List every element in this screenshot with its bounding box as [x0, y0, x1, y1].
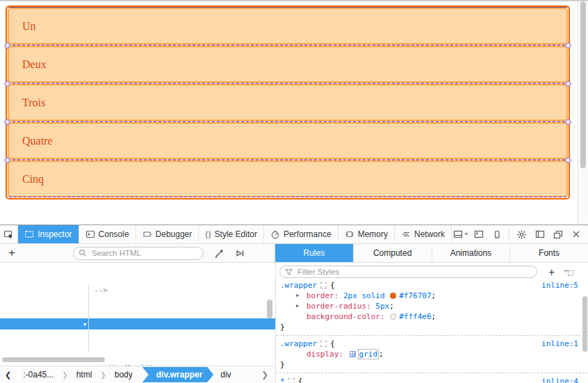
page-viewport: Un Deux Trois Quatre Cinq — [0, 0, 588, 225]
expand-arrow-icon[interactable]: ▶ — [296, 301, 299, 311]
rule-selector[interactable]: .wrapper — [280, 281, 317, 290]
declaration-background-color[interactable]: background-color: #fff4e6; — [280, 311, 588, 322]
open-brace: { — [330, 339, 335, 348]
eyedropper-icon — [214, 248, 224, 259]
grid-cell: Quatre — [8, 122, 568, 159]
collapse-arrow-icon[interactable]: ▼ — [83, 319, 86, 330]
rules-scrollbar-thumb[interactable] — [582, 296, 587, 352]
rule-selector[interactable]: * — [280, 377, 285, 383]
grid-cell: Cinq — [8, 161, 568, 197]
pseudo-class-toggle-button[interactable]: ⌐ — [564, 268, 573, 276]
tree-node-wrapper-selected[interactable]: ▼ <div class="wrapper"> — [0, 318, 275, 329]
rule-source-link[interactable]: inline:4 — [541, 376, 578, 383]
breadcrumb: ❮ :-0a45... ❯ html ❯ body div.wrapper di… — [0, 366, 275, 383]
search-icon — [79, 249, 87, 257]
tab-style-editor[interactable]: { } Style Editor — [199, 225, 264, 243]
breadcrumb-item-body[interactable]: body — [108, 370, 140, 380]
grid-value-badge[interactable]: grid — [358, 349, 379, 359]
network-icon — [401, 230, 411, 238]
tab-fonts[interactable]: Fonts — [510, 244, 588, 262]
dock-options-button[interactable] — [452, 226, 469, 243]
search-input[interactable] — [90, 248, 188, 258]
tab-computed[interactable]: Computed — [354, 244, 432, 262]
add-rule-button[interactable]: + — [548, 267, 555, 277]
pick-element-button[interactable] — [0, 225, 18, 243]
grid-cell-label: Deux — [22, 58, 47, 71]
separate-window-button[interactable] — [549, 226, 566, 243]
breadcrumb-scroll-left-icon[interactable]: ❮ — [0, 370, 16, 380]
declaration-border[interactable]: ▶ border: 2px solid #f76707; — [280, 291, 588, 301]
open-brace: { — [298, 377, 303, 383]
tab-console[interactable]: Console — [79, 225, 136, 243]
pane-toggle-button[interactable] — [235, 249, 245, 258]
performance-icon — [270, 230, 280, 239]
declaration-border-radius[interactable]: ▶ border-radius: 5px; — [280, 301, 588, 311]
property-value[interactable]: 2px solid — [343, 291, 389, 300]
tab-inspector[interactable]: Inspector — [18, 225, 79, 243]
close-devtools-button[interactable] — [567, 226, 585, 243]
tree-node-comment-end[interactable]: --> — [0, 285, 275, 296]
tab-animations[interactable]: Animations — [432, 244, 511, 262]
breadcrumb-scroll-right-icon[interactable]: ❯ — [256, 370, 275, 380]
breadcrumb-item-div-wrapper[interactable]: div.wrapper — [142, 367, 213, 382]
selector-highlighter-icon[interactable] — [320, 341, 327, 347]
rule-selector-row[interactable]: .wrapper{ inline:5 — [280, 280, 588, 291]
page-scrollbar[interactable] — [578, 1, 588, 225]
rule-source-link[interactable]: inline:5 — [541, 280, 578, 291]
indent-guide-line — [88, 285, 89, 352]
split-console-icon — [474, 230, 484, 238]
rules-panel: + ⌐ .wrapper{ inline:5 ▶ border: 2px sol… — [276, 263, 588, 383]
semicolon: ; — [432, 312, 436, 321]
sidebar-toggle-icon — [535, 230, 545, 238]
colon: : — [380, 312, 385, 321]
colon: : — [366, 302, 371, 311]
split-console-button[interactable] — [470, 226, 487, 243]
selector-highlighter-icon[interactable] — [288, 378, 295, 383]
grid-cell: Trois — [8, 84, 568, 121]
tab-debugger[interactable]: Debugger — [136, 225, 199, 243]
responsive-design-mode-button[interactable] — [488, 226, 505, 243]
filter-styles-input[interactable] — [296, 267, 505, 277]
grid-overlay-line — [8, 121, 568, 122]
settings-button[interactable] — [513, 226, 530, 243]
page-scrollbar-thumb[interactable] — [580, 1, 586, 168]
grid-cell-label: Quatre — [22, 135, 53, 147]
property-value[interactable]: #fff4e6 — [399, 312, 431, 321]
rule-selector-row[interactable]: *{ inline:4 — [280, 376, 588, 383]
tab-label: Console — [99, 229, 129, 239]
tree-vertical-scrollbar-thumb[interactable] — [267, 300, 272, 318]
grid-cell-label: Un — [22, 20, 36, 33]
property-name[interactable]: background-color — [307, 312, 380, 321]
property-value[interactable]: 5px — [375, 302, 389, 311]
selector-highlighter-icon[interactable] — [320, 282, 327, 288]
tree-horizontal-scrollbar-thumb[interactable] — [2, 357, 105, 362]
dock-options-icon — [453, 230, 463, 238]
expand-arrow-icon[interactable]: ▶ — [296, 291, 299, 301]
rule-separator — [276, 373, 588, 373]
rule-source-link[interactable]: inline:1 — [541, 339, 578, 349]
tab-performance[interactable]: Performance — [264, 225, 338, 243]
add-node-button[interactable]: + — [1, 246, 22, 260]
property-name[interactable]: display — [307, 350, 338, 359]
breadcrumb-item-div[interactable]: div — [213, 370, 238, 380]
sidebar-toggle-button[interactable] — [531, 226, 548, 243]
grid-highlighter-icon[interactable] — [350, 351, 356, 357]
property-name[interactable]: border-radius — [307, 302, 366, 311]
tab-network[interactable]: Network — [395, 225, 452, 243]
declaration-display[interactable]: display: grid; — [280, 349, 588, 359]
rule-selector[interactable]: .wrapper — [280, 339, 317, 348]
tab-rules[interactable]: Rules — [275, 244, 354, 262]
search-box[interactable] — [73, 247, 204, 260]
color-swatch[interactable] — [390, 293, 396, 299]
property-name[interactable]: border — [307, 291, 334, 300]
color-swatch[interactable] — [390, 313, 396, 320]
tab-memory[interactable]: Memory — [338, 225, 395, 243]
rules-filter-row: + ⌐ — [276, 263, 588, 279]
property-value[interactable]: #f76707 — [399, 291, 431, 300]
rule-selector-row[interactable]: .wrapper{ inline:1 — [280, 339, 588, 349]
filter-styles-box[interactable] — [279, 266, 537, 278]
breadcrumb-item-html[interactable]: html — [70, 370, 99, 380]
breadcrumb-item-id[interactable]: :-0a45... — [16, 370, 60, 380]
eyedropper-button[interactable] — [214, 248, 224, 259]
breadcrumb-separator-icon: ❯ — [99, 371, 107, 379]
